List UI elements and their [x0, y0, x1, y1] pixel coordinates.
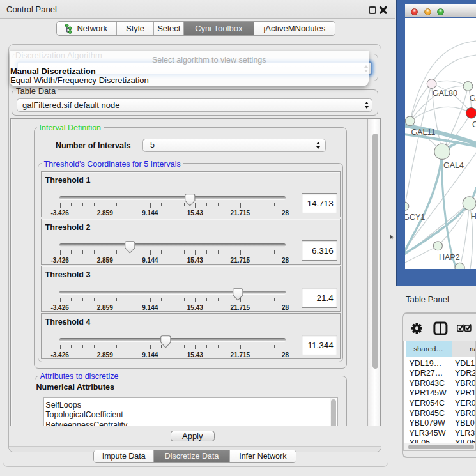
minor-tick: [263, 298, 263, 301]
minor-tick: [218, 250, 219, 254]
major-tick: [150, 298, 151, 303]
network-node-GCY1[interactable]: [405, 202, 409, 210]
attributes-list-scrollbar[interactable]: [330, 398, 337, 426]
minor-tick: [173, 250, 173, 254]
threshold-slider-thumb[interactable]: [185, 194, 196, 206]
minor-tick: [82, 250, 83, 254]
tab-label: jActiveMNodules: [263, 24, 325, 33]
minor-tick: [252, 203, 252, 206]
tick-label: 28: [282, 351, 289, 358]
apply-button[interactable]: Apply: [171, 431, 215, 441]
threshold-slider-track[interactable]: [59, 243, 286, 247]
close-light-icon[interactable]: [411, 8, 418, 15]
network-window-titlebar[interactable]: [405, 4, 476, 17]
threshold-slider-track[interactable]: [59, 196, 286, 199]
network-node-clipped[interactable]: [455, 263, 464, 269]
minor-tick: [161, 250, 162, 254]
algorithm-dropdown-popup: Select algorithm to view settings Manual…: [10, 51, 369, 87]
bottom-tab-discretize-data[interactable]: Discretize Data: [154, 450, 229, 462]
tab-select[interactable]: Select: [154, 22, 184, 35]
network-canvas[interactable]: GAL80GACYGAL11GAL4GCY1HHAP2: [405, 18, 476, 269]
threshold-label: Threshold 1: [45, 176, 91, 185]
column-header-shared-name[interactable]: shared…: [406, 341, 452, 357]
attribute-list-item[interactable]: SelfLoops: [44, 400, 337, 410]
network-node-GAL80[interactable]: [427, 79, 436, 89]
table-data-combobox[interactable]: galFiltered.sif default node: [17, 98, 372, 112]
table-panel-divider: [396, 307, 476, 307]
tick-label: -3.426: [50, 257, 68, 264]
tick-label: 9.144: [142, 351, 158, 358]
table-panel-title: Table Panel: [406, 295, 449, 304]
network-node-CY[interactable]: [466, 108, 476, 118]
threshold-label: Threshold 3: [45, 270, 91, 279]
numerical-attributes-list[interactable]: SelfLoopsTopologicalCoefficientBetweenne…: [43, 397, 338, 426]
table-horizontal-scrollbar-thumb[interactable]: [408, 445, 474, 450]
bottom-tab-impute-data[interactable]: Impute Data: [94, 450, 154, 462]
tab-cyni-toolbox[interactable]: Cyni Toolbox: [184, 22, 254, 35]
minor-tick: [274, 298, 275, 301]
checkbox-checked-icon[interactable]: [457, 325, 464, 332]
zoom-light-icon[interactable]: [437, 8, 444, 15]
threshold-slider-thumb[interactable]: [125, 241, 135, 254]
network-tree-icon: [65, 24, 73, 34]
threshold-value-field[interactable]: 11.344: [302, 335, 337, 355]
major-tick: [60, 203, 61, 208]
network-edge-highlighted[interactable]: [442, 154, 456, 269]
dropdown-item-manual-discretization[interactable]: Manual Discretization: [10, 66, 96, 76]
network-view-window: GAL80GACYGAL11GAL4GCY1HHAP2: [396, 0, 476, 286]
tick-label: 28: [282, 304, 289, 311]
cell-name: YPR14: [455, 388, 476, 397]
minor-tick: [82, 345, 83, 348]
float-window-icon[interactable]: [369, 6, 376, 14]
threshold-slider-track[interactable]: [59, 291, 286, 294]
checkbox-checked-icon[interactable]: [465, 325, 472, 332]
threshold-value-field[interactable]: 14.713: [302, 193, 337, 213]
network-node-HAP2[interactable]: [433, 242, 442, 250]
attribute-list-item[interactable]: BetweennessCentrality: [44, 420, 337, 426]
network-node-label: CY: [472, 120, 476, 129]
threshold-value-field[interactable]: 21.4: [302, 288, 337, 308]
cell-name: YBR04: [455, 409, 476, 418]
tab-style[interactable]: Style: [117, 22, 155, 35]
tick-label: 2.859: [97, 210, 113, 217]
threshold-value-field[interactable]: 6.316: [302, 240, 337, 261]
minor-tick: [94, 298, 95, 301]
attributes-list-scrollbar-thumb[interactable]: [331, 399, 336, 426]
threshold-slider-thumb[interactable]: [160, 335, 171, 348]
network-edge[interactable]: [410, 107, 472, 121]
column-header-name[interactable]: na: [452, 341, 476, 357]
tab-jactivemnodules[interactable]: jActiveMNodules: [254, 22, 335, 35]
network-node-GAL11[interactable]: [405, 116, 415, 126]
threshold-slider-thumb[interactable]: [233, 288, 243, 301]
network-edge[interactable]: [405, 246, 438, 263]
table-horizontal-scrollbar[interactable]: [404, 443, 476, 450]
minor-tick: [161, 298, 162, 301]
settings-scrollbar[interactable]: [367, 119, 380, 426]
minor-tick: [206, 298, 207, 301]
minor-tick: [184, 345, 185, 348]
minor-tick: [263, 250, 263, 254]
bottom-tab-infer-network[interactable]: Infer Network: [230, 450, 296, 462]
major-tick: [286, 345, 286, 350]
minor-tick: [139, 298, 139, 301]
cell-name: YLR34: [455, 429, 476, 438]
network-node-H[interactable]: [463, 197, 476, 210]
thresholds-group-title: Threshold's Coordinates for 5 Intervals: [42, 160, 183, 169]
number-of-intervals-combobox[interactable]: 5: [142, 139, 326, 152]
dropdown-item-equal-width-frequency[interactable]: Equal Width/Frequency Discretization: [10, 75, 149, 85]
minimize-light-icon[interactable]: [424, 8, 431, 15]
network-node-GA[interactable]: [463, 82, 473, 91]
cell-name: YBR04: [455, 379, 476, 388]
tab-network[interactable]: Network: [57, 22, 117, 35]
attribute-list-item[interactable]: TopologicalCoefficient: [44, 410, 337, 420]
major-tick: [105, 250, 105, 256]
network-node-GAL4[interactable]: [434, 144, 450, 159]
network-edge-highlighted[interactable]: [405, 154, 442, 253]
network-edge[interactable]: [410, 84, 432, 121]
settings-scrollbar-thumb[interactable]: [372, 134, 378, 369]
threshold-slider-track[interactable]: [59, 338, 286, 341]
close-icon[interactable]: [379, 6, 388, 15]
numerical-attributes-label: Numerical Attributes: [36, 383, 114, 392]
split-view-icon[interactable]: [434, 323, 447, 334]
gear-icon[interactable]: [411, 323, 422, 334]
